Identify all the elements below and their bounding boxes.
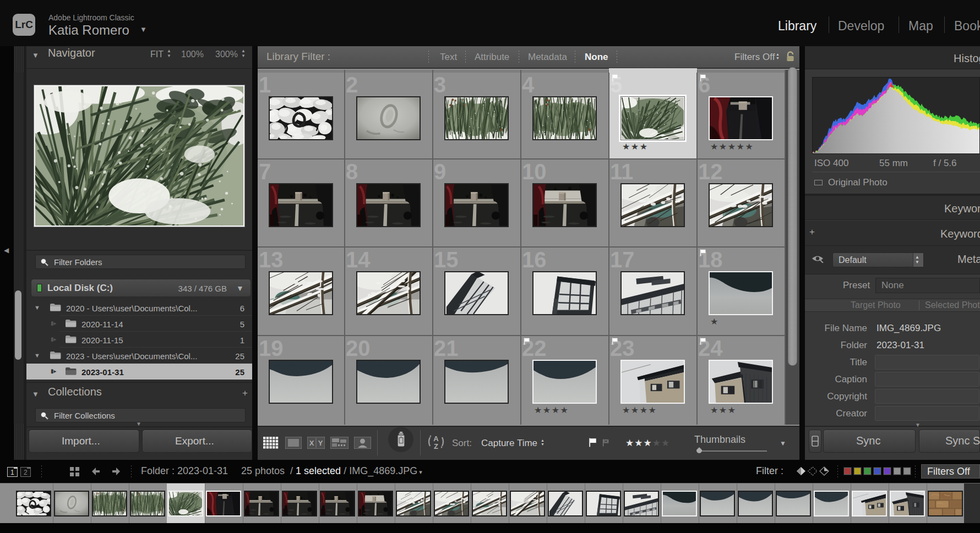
svg-text:Z: Z <box>434 442 438 450</box>
svg-text:X: X <box>309 439 314 447</box>
svg-text:Y: Y <box>318 439 323 447</box>
svg-text:A: A <box>433 435 439 443</box>
